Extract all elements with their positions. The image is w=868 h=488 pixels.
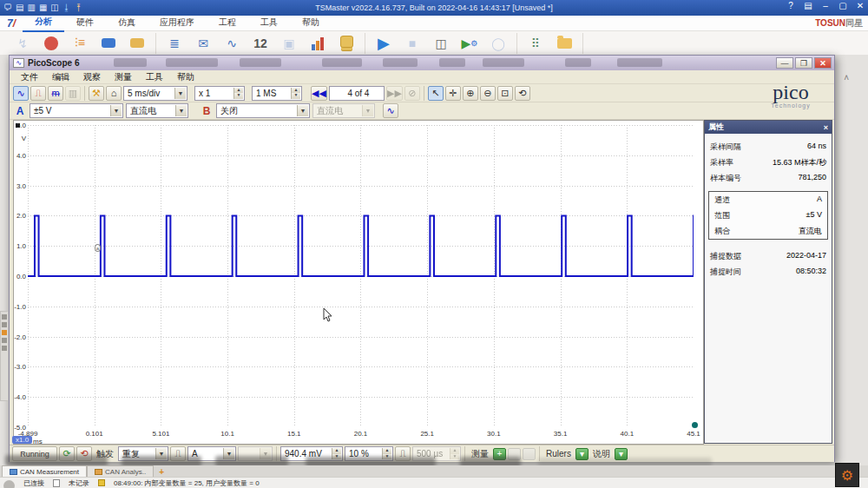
prop-coupling: 耦合 直流电 bbox=[709, 223, 827, 239]
tab-can-measurement[interactable]: CAN Measurement bbox=[2, 465, 87, 477]
y-axis-tick-label: 2.0 bbox=[14, 212, 26, 220]
ribbon-tab-row: 7/ 分析 硬件 仿真 应用程序 工程 工具 帮助 TOSUN同星 bbox=[0, 16, 868, 31]
status-message: 08:49:00: 内部变量数量 = 25, 用户变量数量 = 0 bbox=[110, 478, 263, 488]
close-button[interactable]: ✕ bbox=[854, 1, 866, 10]
tab-tools[interactable]: 工具 bbox=[248, 15, 290, 31]
scope-chart-area[interactable]: 5.04.03.02.01.00.0-1.0-2.0-3.0-4.0-5.0-4… bbox=[13, 120, 704, 445]
mail-icon[interactable]: ✉ bbox=[193, 33, 214, 54]
channel-a-range-select[interactable]: ±5 V▼ bbox=[30, 103, 123, 118]
channel-a-coupling-select[interactable]: 直流电▼ bbox=[126, 103, 188, 118]
minimize-button[interactable]: – bbox=[819, 1, 832, 10]
x-axis-tick-label: 40.1 bbox=[621, 430, 635, 438]
scope-view-button[interactable]: ∿ bbox=[13, 86, 29, 101]
tab-applications[interactable]: 应用程序 bbox=[148, 15, 207, 31]
pico-restore-button[interactable]: ❐ bbox=[795, 57, 812, 69]
zoom-window-button[interactable]: ⊡ bbox=[497, 86, 513, 101]
folder-icon[interactable] bbox=[554, 33, 575, 54]
chevron-up-icon[interactable]: ˄ bbox=[844, 73, 849, 82]
home-button[interactable]: ⌂ bbox=[106, 86, 122, 101]
tab-help[interactable]: 帮助 bbox=[290, 15, 332, 31]
zoom-factor-stepper[interactable]: x 1▲▼ bbox=[194, 86, 245, 101]
menu-measure[interactable]: 测量 bbox=[108, 70, 138, 84]
probe-setup-icon[interactable]: ⚒ bbox=[89, 86, 104, 101]
zoom-out-button[interactable]: ⊖ bbox=[480, 86, 496, 101]
menu-tools[interactable]: 工具 bbox=[140, 70, 169, 84]
floating-gear-widget[interactable]: ⚙ bbox=[835, 463, 859, 487]
stop-icon[interactable]: ■ bbox=[402, 33, 423, 54]
zoom-in-button[interactable]: ⊕ bbox=[463, 86, 478, 101]
ribbon: ↯ ⫶≡ ≣ ✉ ∿ 12 ▣ ▶ ■ ◫ ▶⚙ ◯ ⠿ bbox=[0, 31, 868, 55]
list-icon[interactable]: ≣ bbox=[164, 33, 185, 54]
monitor-icon bbox=[95, 469, 102, 475]
tab-simulation[interactable]: 仿真 bbox=[106, 15, 148, 31]
waveform-annotation-marker: a bbox=[95, 244, 101, 252]
buffer-next-icon[interactable]: ▶▶ bbox=[386, 86, 403, 101]
sample-count-stepper[interactable]: 1 MS▲▼ bbox=[252, 86, 302, 101]
x-axis-tick-label: 15.1 bbox=[287, 430, 301, 438]
menu-view[interactable]: 观察 bbox=[77, 70, 107, 84]
picoscope-titlebar[interactable]: ∿ PicoScope 6 — ❐ ✕ bbox=[10, 56, 834, 70]
x-axis-tick-label: 45.1 bbox=[687, 430, 700, 438]
add-tab-button[interactable]: + bbox=[159, 467, 164, 477]
maximize-button[interactable]: ▢ bbox=[837, 1, 849, 10]
tsmaster-corner-logo bbox=[3, 480, 15, 488]
help-button[interactable]: ? bbox=[785, 1, 797, 10]
gear-icon: ⚙ bbox=[841, 467, 853, 484]
y-axis-tick-label: -2.0 bbox=[14, 333, 26, 340]
graph-icon[interactable]: ∿ bbox=[221, 33, 242, 54]
refresh-icon[interactable]: ◯ bbox=[488, 33, 509, 54]
menu-help[interactable]: 帮助 bbox=[171, 70, 201, 84]
persistence-view-button[interactable]: ⎍ bbox=[30, 86, 46, 101]
buffer-stop-icon[interactable]: ⊘ bbox=[404, 86, 420, 101]
pan-tool-button[interactable]: ✛ bbox=[445, 86, 461, 101]
waveform-plot[interactable] bbox=[28, 125, 694, 427]
prop-sample-rate: 采样率 15.63 M样本/秒 bbox=[705, 155, 832, 170]
prop-range: 范围 ±5 V bbox=[709, 208, 827, 223]
tab-can-analysis[interactable]: CAN Analys.. bbox=[87, 465, 154, 477]
y-axis-tick-label: 5.0 bbox=[14, 122, 26, 129]
document-tab-bar: CAN Measurement CAN Analys.. + bbox=[0, 465, 868, 477]
spectrum-view-button[interactable]: ᵯ bbox=[48, 86, 63, 101]
menu-file[interactable]: 文件 bbox=[15, 70, 44, 84]
channel-b-coupling-select[interactable]: 直流电▼ bbox=[312, 103, 375, 118]
layout-button[interactable]: ▤ bbox=[802, 1, 814, 10]
tsmaster-logo-icon: 7/ bbox=[0, 17, 23, 30]
counter-icon[interactable]: 12 bbox=[250, 33, 271, 54]
buffer-position-field[interactable]: 4 of 4 bbox=[329, 86, 385, 101]
notice-bubble-icon[interactable] bbox=[127, 33, 148, 54]
bar-chart-icon[interactable] bbox=[307, 33, 328, 54]
run-settings-icon[interactable]: ▶⚙ bbox=[459, 33, 480, 54]
select-tool-button[interactable]: ↖ bbox=[428, 86, 444, 101]
channel-b-range-select[interactable]: 关闭▼ bbox=[216, 103, 310, 118]
window-title: TSMaster v2022.4.16.737, Built on 2022-0… bbox=[0, 3, 868, 12]
record-icon[interactable] bbox=[41, 33, 62, 54]
panel-layout-icon[interactable]: ◫ bbox=[431, 33, 451, 54]
delete-measurement-button[interactable] bbox=[523, 448, 536, 460]
xy-view-button[interactable]: ▥ bbox=[65, 86, 81, 101]
signal-generator-button[interactable]: ∿ bbox=[383, 103, 398, 118]
properties-close-icon[interactable]: × bbox=[824, 123, 828, 132]
hierarchy-icon[interactable]: ⫶≡ bbox=[69, 33, 90, 54]
prop-capture-time: 捕捉时间 08:50:32 bbox=[705, 264, 832, 280]
database-icon[interactable] bbox=[336, 33, 357, 54]
y-axis-tick-label: 4.0 bbox=[14, 151, 26, 159]
buffer-previous-icon[interactable]: ◀◀ bbox=[311, 86, 327, 101]
pico-minimize-button[interactable]: — bbox=[776, 57, 793, 69]
pico-close-button[interactable]: ✕ bbox=[814, 57, 832, 69]
mapping-icon[interactable]: ⠿ bbox=[525, 33, 546, 54]
menu-edit[interactable]: 编辑 bbox=[46, 70, 76, 84]
phone-icon[interactable]: ▣ bbox=[279, 33, 299, 54]
mouse-cursor-icon bbox=[323, 308, 333, 322]
timebase-select[interactable]: 5 ms/div▼ bbox=[123, 86, 187, 101]
picoscope-toolbar: ∿ ⎍ ᵯ ▥ ⚒ ⌂ 5 ms/div▼ x 1▲▼ 1 MS▲▼ ◀◀ 4 … bbox=[10, 84, 834, 102]
monitor-icon bbox=[10, 469, 17, 475]
flash-icon[interactable]: ↯ bbox=[12, 33, 33, 54]
tab-hardware[interactable]: 硬件 bbox=[64, 15, 106, 31]
play-icon[interactable]: ▶ bbox=[373, 33, 394, 54]
x-axis-tick-label: 25.1 bbox=[420, 430, 434, 438]
message-bubble-icon[interactable] bbox=[98, 33, 119, 54]
tab-analysis[interactable]: 分析 bbox=[23, 14, 64, 32]
tab-project[interactable]: 工程 bbox=[207, 15, 248, 31]
undo-zoom-button[interactable]: ⟲ bbox=[515, 86, 530, 101]
left-dock-tab[interactable] bbox=[0, 311, 9, 401]
